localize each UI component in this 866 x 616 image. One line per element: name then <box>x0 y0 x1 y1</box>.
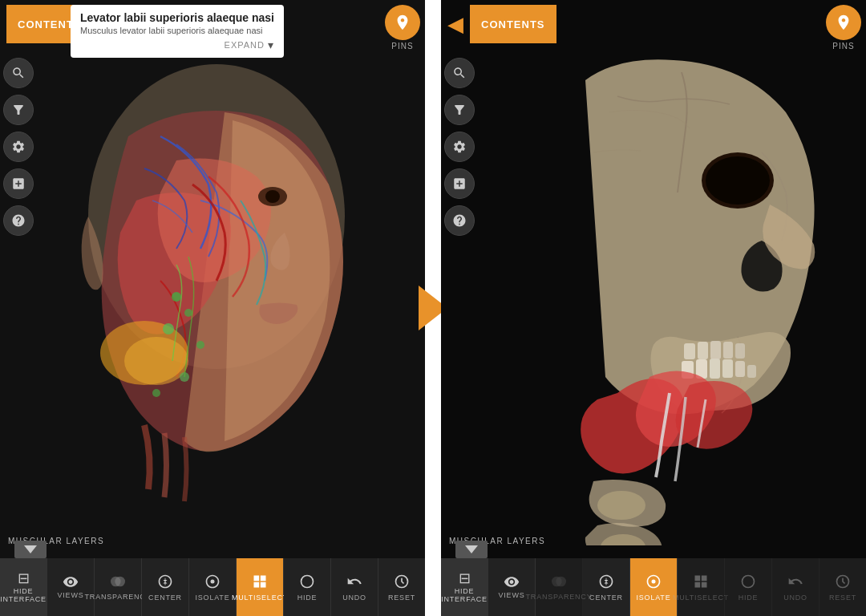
svg-point-31 <box>597 491 645 520</box>
right-chevron-down-icon <box>465 545 478 553</box>
pins-circle <box>385 5 420 40</box>
svg-rect-29 <box>723 342 733 359</box>
right-center-button[interactable]: CENTER <box>583 558 630 616</box>
expand-label: EXPAND <box>225 40 265 50</box>
right-reset-circle-icon <box>835 573 851 590</box>
right-views-button[interactable]: VIEWS <box>488 558 536 616</box>
left-transparency-button[interactable]: TRANSPARENCY <box>95 558 142 616</box>
left-undo-button[interactable]: UNDO <box>331 558 378 616</box>
right-undo-label: UNDO <box>783 594 807 602</box>
svg-point-14 <box>211 579 215 583</box>
right-layer-arrow[interactable] <box>455 541 488 558</box>
right-multiselect-button[interactable]: MULTISELECT <box>678 558 725 616</box>
right-undo-icon <box>787 573 803 592</box>
pin-icon <box>394 14 411 31</box>
hide-label: HIDE <box>297 594 318 602</box>
right-help-icon <box>452 213 467 228</box>
left-top-bar: CONTENTS Levator labii superioris alaequ… <box>0 0 425 48</box>
panel-divider <box>425 0 441 616</box>
svg-point-19 <box>706 156 770 205</box>
left-views-button[interactable]: VIEWS <box>47 558 95 616</box>
svg-point-36 <box>743 575 755 587</box>
right-reset-icon <box>835 573 851 592</box>
svg-rect-26 <box>684 343 695 359</box>
left-panel: CONTENTS Levator labii superioris alaequ… <box>0 0 425 616</box>
chevron-down-icon: ▾ <box>268 38 274 51</box>
svg-point-7 <box>196 341 204 349</box>
right-transparency-label: TRANSPARENCY <box>526 593 593 601</box>
info-title: Levator labii superioris alaeque nasi <box>80 11 274 24</box>
right-isolate-button[interactable]: ISOLATE <box>630 558 678 616</box>
expand-row[interactable]: EXPAND ▾ <box>80 38 274 51</box>
left-pins-button[interactable]: PINS <box>385 5 420 51</box>
hide-icon <box>299 573 315 592</box>
search-icon-btn[interactable] <box>3 58 34 88</box>
plus-icon <box>11 176 26 191</box>
right-grid-icon <box>693 573 709 590</box>
svg-point-6 <box>163 323 174 334</box>
right-reset-button[interactable]: RESET <box>819 558 866 616</box>
svg-point-5 <box>184 309 192 317</box>
right-hide-icon <box>740 573 756 592</box>
left-hide-interface-button[interactable]: ⊟ HIDEINTERFACE <box>0 558 47 616</box>
layer-down-button[interactable] <box>14 541 47 558</box>
right-top-bar: ◀ CONTENTS PINS <box>441 0 866 48</box>
right-hide-interface-button[interactable]: ⊟ HIDEINTERFACE <box>441 558 488 616</box>
svg-point-4 <box>172 292 181 302</box>
right-search-icon-btn[interactable] <box>444 58 475 88</box>
svg-point-9 <box>152 389 160 397</box>
hide-interface-icon: ⊟ <box>18 571 30 586</box>
left-layer-arrow[interactable] <box>14 541 47 558</box>
target-icon <box>204 573 221 590</box>
left-hide-button[interactable]: HIDE <box>284 558 331 616</box>
right-undo-arrow-icon <box>787 573 803 590</box>
right-bottom-toolbar: ⊟ HIDEINTERFACE VIEWS TRANSPARENCY <box>441 558 866 616</box>
eye-icon <box>63 575 79 590</box>
reset-icon <box>394 573 410 592</box>
right-center-label: CENTER <box>589 594 623 602</box>
isolate-label: ISOLATE <box>196 594 230 602</box>
left-center-button[interactable]: CENTER <box>142 558 189 616</box>
right-layer-down-button[interactable] <box>455 541 488 558</box>
right-hide-button[interactable]: HIDE <box>725 558 772 616</box>
left-reset-button[interactable]: RESET <box>378 558 425 616</box>
svg-rect-24 <box>735 361 745 377</box>
right-gear-icon <box>452 140 467 154</box>
right-help-icon-btn[interactable] <box>444 205 475 236</box>
circle-icon <box>299 573 315 590</box>
multiselect-icon <box>252 573 268 592</box>
right-filter-icon-btn[interactable] <box>444 95 475 125</box>
right-layers-icon <box>550 574 568 589</box>
right-side-toolbar <box>444 58 475 236</box>
filter-icon <box>11 103 26 117</box>
add-icon-btn[interactable] <box>3 168 34 199</box>
right-undo-button[interactable]: UNDO <box>772 558 819 616</box>
right-center-icon <box>598 573 614 592</box>
svg-point-34 <box>556 576 566 586</box>
right-reset-label: RESET <box>829 594 856 602</box>
right-add-icon-btn[interactable] <box>444 168 475 199</box>
right-transparency-button[interactable]: TRANSPARENCY <box>536 558 583 616</box>
right-pins-button[interactable]: PINS <box>826 5 861 51</box>
svg-point-13 <box>115 576 125 586</box>
right-contents-button[interactable]: CONTENTS <box>470 5 556 43</box>
svg-point-11 <box>265 190 280 203</box>
transparency-icon <box>109 574 127 591</box>
filter-icon-btn[interactable] <box>3 95 34 125</box>
info-subtitle: Musculus levator labii superioris alaequ… <box>80 26 274 35</box>
help-icon-btn[interactable] <box>3 205 34 236</box>
right-eye-icon <box>504 575 520 590</box>
svg-rect-30 <box>735 343 745 359</box>
undo-label: UNDO <box>342 594 366 602</box>
reset-circle-icon <box>394 573 410 590</box>
settings-icon-btn[interactable] <box>3 132 34 162</box>
pins-label: PINS <box>391 42 413 51</box>
left-multiselect-button[interactable]: MULTISELECT <box>237 558 284 616</box>
views-label: VIEWS <box>57 591 83 599</box>
left-isolate-button[interactable]: ISOLATE <box>189 558 237 616</box>
right-hide-interface-icon: ⊟ <box>459 571 471 586</box>
gear-icon <box>11 140 26 154</box>
right-settings-icon-btn[interactable] <box>444 132 475 162</box>
right-isolate-icon <box>645 573 662 592</box>
right-search-icon <box>452 66 467 80</box>
